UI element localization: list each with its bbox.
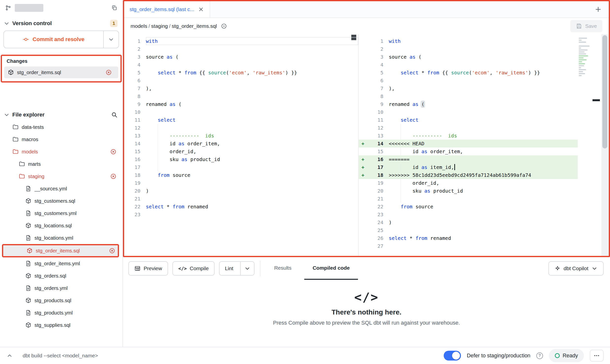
file-explorer-item-macros[interactable]: macros [2,133,119,146]
conflict-icon[interactable] [105,69,112,76]
scrollbar-thumb[interactable] [602,35,607,149]
preview-button[interactable]: Preview [128,261,168,276]
code-line-27[interactable]: 27 [359,242,578,250]
code-line-6[interactable]: 6 [359,77,578,84]
diff-left-pane[interactable]: 1with23source as (45 select * from {{ so… [124,34,359,256]
file-explorer-item-stg_order_items.sql[interactable]: stg_order_items.sql [2,244,119,257]
more-options-button[interactable] [590,350,604,362]
code-line-23[interactable]: 23 [359,211,578,218]
file-explorer-item-stg_supplies.sql[interactable]: stg_supplies.sql [2,319,119,331]
new-tab-icon[interactable] [594,6,602,13]
code-line-19[interactable]: 19 [124,179,358,187]
defer-toggle[interactable] [444,351,461,361]
code-line-24[interactable]: 24) [359,218,578,226]
code-line-1[interactable]: 1with [124,37,358,45]
code-line-18[interactable]: 18 from source [124,171,358,179]
file-explorer-item-stg_customers.yml[interactable]: stg_customers.yml [2,207,119,219]
code-line-23[interactable]: 23 [124,211,358,218]
version-control-header[interactable]: Version control 1 [0,16,122,29]
code-line-20[interactable]: 20) [124,187,358,195]
code-line-4[interactable]: 4 [359,61,578,69]
code-line-26[interactable]: 26select * from renamed [359,234,578,242]
compile-button[interactable]: </> Compile [172,261,215,276]
code-line-3[interactable]: 3source as ( [359,53,578,61]
code-line-17[interactable]: 17 [124,163,358,171]
commit-and-resolve-button[interactable]: Commit and resolve [3,31,119,48]
file-explorer-item-staging[interactable]: staging [2,170,119,182]
code-line-13[interactable]: 13 ---------- ids [124,132,358,140]
close-icon[interactable] [198,6,204,13]
status-ready-pill[interactable]: Ready [549,349,584,362]
code-line-16[interactable]: +16======= [359,155,578,163]
save-button[interactable]: Save [570,20,602,32]
code-line-13[interactable]: 13 ---------- ids [359,132,578,140]
breadcrumb-item[interactable]: stg_order_items.sql [172,23,217,29]
tab-stg-order-items[interactable]: stg_order_items.sql (last c... [124,1,210,17]
code-line-22[interactable]: 22 from source [359,203,578,211]
code-line-8[interactable]: 8 [359,92,578,100]
file-explorer-item-stg_locations.sql[interactable]: stg_locations.sql [2,219,119,232]
copy-icon[interactable] [111,5,118,11]
chevron-up-icon[interactable] [6,352,13,359]
breadcrumb-item[interactable]: staging [151,23,168,29]
code-line-16[interactable]: 16 sku as product_id [124,155,358,163]
file-explorer-item-marts[interactable]: marts [2,158,119,170]
workspace-icon[interactable] [5,5,11,11]
code-line-4[interactable]: 4 [124,61,358,69]
conflict-icon[interactable] [109,248,115,254]
file-explorer-item-stg_customers.sql[interactable]: stg_customers.sql [2,195,119,207]
code-line-17[interactable]: +17 id as item_id, [359,163,578,171]
code-line-12[interactable]: 12 [359,124,578,132]
tab-compiled-code[interactable]: Compiled code [304,257,358,280]
lint-button[interactable]: Lint [219,261,254,276]
conflict-icon[interactable] [110,173,117,180]
file-explorer-header[interactable]: File explorer [0,108,122,120]
code-line-18[interactable]: +18>>>>>>> 58c1dd23d5eebd9cd2495fa7124ab… [359,171,578,179]
code-line-9[interactable]: 9renamed as ( [359,100,578,108]
code-line-15[interactable]: 15 order_id, [124,148,358,155]
changed-file-row[interactable]: stg_order_items.sql [4,66,118,78]
file-explorer-item-stg_order_items.yml[interactable]: stg_order_items.yml [2,257,119,270]
code-line-21[interactable]: 21 [359,195,578,203]
file-explorer-item-stg_products.yml[interactable]: stg_products.yml [2,307,119,319]
file-explorer-item-models[interactable]: models [2,146,119,158]
code-line-2[interactable]: 2 [124,45,358,53]
code-line-7[interactable]: 7), [124,84,358,92]
code-line-6[interactable]: 6 [124,77,358,84]
code-line-14[interactable]: +14<<<<<<< HEAD [359,140,578,148]
code-line-14[interactable]: 14 id as order_item, [124,140,358,148]
code-line-15[interactable]: 15 id as order_item, [359,148,578,155]
chevron-down-icon[interactable] [3,20,10,27]
file-explorer-item-stg_products.sql[interactable]: stg_products.sql [2,294,119,307]
code-line-7[interactable]: 7), [359,84,578,92]
code-line-1[interactable]: 1with [359,37,578,45]
file-status-icon[interactable] [221,23,227,29]
commit-dropdown-button[interactable] [103,31,119,48]
code-line-11[interactable]: 11 select [124,116,358,124]
code-line-19[interactable]: 19 order_id, [359,179,578,187]
lint-dropdown-button[interactable] [240,262,254,275]
dbt-copilot-button[interactable]: dbt Copilot [548,261,604,276]
commit-button-main[interactable]: Commit and resolve [4,31,103,48]
breadcrumb-item[interactable]: models [131,23,147,29]
code-line-9[interactable]: 9renamed as ( [124,100,358,108]
code-line-5[interactable]: 5 select * from {{ source('ecom', 'raw_i… [124,69,358,77]
code-line-20[interactable]: 20 sku as product_id [359,187,578,195]
code-line-3[interactable]: 3source as ( [124,53,358,61]
code-line-11[interactable]: 11 select [359,116,578,124]
file-explorer-item-__sources.yml[interactable]: __sources.yml [2,182,119,195]
tab-results[interactable]: Results [266,257,300,280]
minimap[interactable] [578,34,592,256]
command-hint[interactable]: dbt build --select <model_name> [23,353,98,359]
file-explorer-item-stg_orders.sql[interactable]: stg_orders.sql [2,270,119,282]
help-icon[interactable]: ? [536,352,543,359]
diff-right-pane[interactable]: 1with23source as (45 select * from {{ so… [359,34,578,256]
code-line-10[interactable]: 10 [124,108,358,116]
code-line-8[interactable]: 8 [124,92,358,100]
code-line-25[interactable]: 25 [359,226,578,234]
code-line-21[interactable]: 21 [124,195,358,203]
file-explorer-item-stg_orders.yml[interactable]: stg_orders.yml [2,282,119,294]
code-line-12[interactable]: 12 [124,124,358,132]
file-explorer-item-data-tests[interactable]: data-tests [2,121,119,133]
file-explorer-item-stg_locations.yml[interactable]: stg_locations.yml [2,232,119,244]
